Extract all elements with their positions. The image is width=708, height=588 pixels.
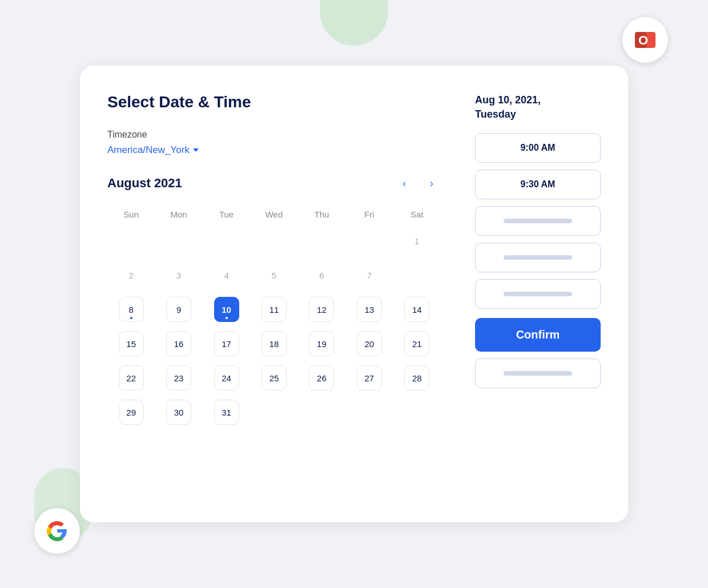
- dialog-title: Select Date & Time: [107, 93, 441, 111]
- cal-day-19: 19: [298, 328, 345, 360]
- placeholder-line-2: [504, 255, 572, 260]
- cal-day-4: 4: [203, 259, 250, 291]
- cal-day-5: 5: [250, 259, 297, 291]
- cal-day-10: 10: [203, 293, 250, 325]
- day-btn-16[interactable]: 16: [166, 331, 191, 356]
- time-slot-900[interactable]: 9:00 AM: [475, 133, 601, 163]
- cal-day-31: 31: [203, 396, 250, 428]
- cal-day-empty-end: [393, 259, 441, 291]
- cal-day-11: 11: [250, 293, 297, 325]
- day-header-thu: Thu: [298, 206, 345, 223]
- right-panel: Aug 10, 2021,Tuesday 9:00 AM 9:30 AM Con…: [475, 93, 601, 500]
- time-slot-placeholder-4: [475, 359, 601, 388]
- cal-empty-d: [393, 396, 441, 428]
- cal-cell-empty-6: [345, 225, 393, 257]
- cal-day-6: 6: [298, 259, 345, 291]
- day-btn-24[interactable]: 24: [214, 365, 239, 390]
- day-btn-25[interactable]: 25: [262, 365, 287, 390]
- cal-day-27: 27: [345, 362, 393, 394]
- chevron-down-icon: [193, 148, 199, 152]
- office-icon-badge[interactable]: O: [622, 17, 668, 63]
- day-btn-13[interactable]: 13: [357, 297, 382, 322]
- day-btn-27[interactable]: 27: [357, 365, 382, 390]
- day-btn-19[interactable]: 19: [309, 331, 334, 356]
- cal-day-3: 3: [155, 259, 202, 291]
- day-btn-6[interactable]: 6: [309, 263, 334, 288]
- day-btn-10[interactable]: 10: [214, 297, 239, 322]
- cal-day-29: 29: [107, 396, 155, 428]
- cal-day-30: 30: [155, 396, 202, 428]
- day-header-mon: Mon: [155, 206, 202, 223]
- cal-day-14: 14: [393, 293, 441, 325]
- google-icon-badge[interactable]: [34, 508, 80, 554]
- cal-day-15: 15: [107, 328, 155, 360]
- cal-day-20: 20: [345, 328, 393, 360]
- day-btn-22[interactable]: 22: [119, 365, 144, 390]
- next-month-button[interactable]: ›: [423, 174, 441, 192]
- cal-cell-empty-4: [250, 225, 297, 257]
- timezone-value-text: America/New_York: [107, 144, 190, 156]
- prev-month-button[interactable]: ‹: [395, 174, 413, 192]
- day-btn-4[interactable]: 4: [214, 263, 239, 288]
- left-panel: Select Date & Time Timezone America/New_…: [107, 93, 441, 500]
- main-card: Select Date & Time Timezone America/New_…: [80, 66, 628, 522]
- time-slot-930[interactable]: 9:30 AM: [475, 170, 601, 199]
- day-btn-2[interactable]: 2: [119, 263, 144, 288]
- day-btn-23[interactable]: 23: [166, 365, 191, 390]
- day-header-sun: Sun: [107, 206, 155, 223]
- cal-empty-a: [250, 396, 297, 428]
- day-btn-12[interactable]: 12: [309, 297, 334, 322]
- cal-empty-b: [298, 396, 345, 428]
- day-btn-31[interactable]: 31: [214, 400, 239, 425]
- day-btn-29[interactable]: 29: [119, 400, 144, 425]
- cal-day-8: 8: [107, 293, 155, 325]
- selected-date-display: Aug 10, 2021,Tuesday: [475, 93, 601, 122]
- day-btn-11[interactable]: 11: [262, 297, 287, 322]
- calendar-header: August 2021 ‹ ›: [107, 174, 441, 192]
- cal-day-22: 22: [107, 362, 155, 394]
- day-btn-26[interactable]: 26: [309, 365, 334, 390]
- svg-text:O: O: [638, 33, 648, 47]
- cal-day-12: 12: [298, 293, 345, 325]
- day-btn-7[interactable]: 7: [357, 263, 382, 288]
- calendar-grid: Sun Mon Tue Wed Thu Fri Sat 1 2: [107, 206, 441, 428]
- calendar-week-4: 15 16 17 18 19 20 21: [107, 328, 441, 360]
- decoration-blob-top: [320, 0, 388, 46]
- day-btn-17[interactable]: 17: [214, 331, 239, 356]
- day-btn-20[interactable]: 20: [357, 331, 382, 356]
- cal-day-7: 7: [345, 259, 393, 291]
- cal-cell-empty-1: [107, 225, 155, 257]
- cal-cell-empty-5: [298, 225, 345, 257]
- cal-day-26: 26: [298, 362, 345, 394]
- time-slot-placeholder-2: [475, 243, 601, 272]
- day-header-fri: Fri: [345, 206, 393, 223]
- calendar-week-2: 2 3 4 5 6 7: [107, 259, 441, 291]
- confirm-button[interactable]: Confirm: [475, 318, 601, 352]
- day-btn-18[interactable]: 18: [262, 331, 287, 356]
- day-btn-30[interactable]: 30: [166, 400, 191, 425]
- cal-day-9: 9: [155, 293, 202, 325]
- day-header-wed: Wed: [250, 206, 297, 223]
- cal-day-13: 13: [345, 293, 393, 325]
- cal-empty-c: [345, 396, 393, 428]
- day-btn-8[interactable]: 8: [119, 297, 144, 322]
- cal-day-1: 1: [393, 225, 441, 257]
- placeholder-line-3: [504, 292, 572, 296]
- day-btn-9[interactable]: 9: [166, 297, 191, 322]
- day-btn-15[interactable]: 15: [119, 331, 144, 356]
- time-slot-placeholder-3: [475, 279, 601, 309]
- calendar-nav: ‹ ›: [395, 174, 441, 192]
- day-btn-21[interactable]: 21: [404, 331, 429, 356]
- day-btn-28[interactable]: 28: [404, 365, 429, 390]
- timezone-selector[interactable]: America/New_York: [107, 144, 441, 156]
- placeholder-line-1: [504, 219, 572, 223]
- day-header-sat: Sat: [393, 206, 441, 223]
- day-btn-14[interactable]: 14: [404, 297, 429, 322]
- cal-day-18: 18: [250, 328, 297, 360]
- cal-day-17: 17: [203, 328, 250, 360]
- calendar-week-5: 22 23 24 25 26 27 28: [107, 362, 441, 394]
- day-btn-5[interactable]: 5: [262, 263, 287, 288]
- day-btn-1[interactable]: 1: [404, 228, 429, 253]
- timezone-label: Timezone: [107, 130, 441, 140]
- day-btn-3[interactable]: 3: [166, 263, 191, 288]
